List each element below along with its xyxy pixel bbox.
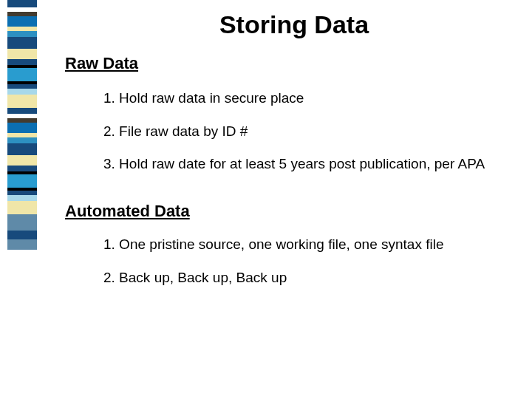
decorative-stripe [7, 95, 37, 108]
decorative-stripe [7, 174, 37, 188]
decorative-stripe [7, 49, 37, 59]
slide: Storing Data Raw Data 1. Hold raw data i… [0, 0, 532, 399]
decorative-stripe [7, 31, 37, 37]
slide-content: Storing Data Raw Data 1. Hold raw data i… [65, 10, 517, 301]
decorative-stripe [7, 68, 37, 81]
decorative-stripe [7, 59, 37, 65]
decorative-stripe [7, 195, 37, 201]
list-item: 2. File raw data by ID # [65, 123, 517, 141]
decorative-stripe [7, 0, 37, 7]
list-item: 1. Hold raw data in secure place [65, 89, 517, 108]
decorative-stripe [7, 89, 37, 95]
decorative-stripe [7, 214, 37, 231]
decorative-stripe [7, 201, 37, 214]
decorative-stripe [7, 37, 37, 49]
decorative-stripe [7, 123, 37, 133]
list-item: 2. Back up, Back up, Back up [65, 269, 517, 287]
decorative-stripe [7, 166, 37, 171]
section-heading-raw-data: Raw Data [65, 54, 517, 73]
slide-title: Storing Data [139, 10, 449, 39]
list-item: 1. One pristine source, one working file… [65, 236, 517, 254]
decorative-stripe [7, 108, 37, 114]
decorative-stripe [7, 239, 37, 250]
section-heading-automated-data: Automated Data [65, 202, 517, 221]
decorative-stripe [7, 231, 37, 239]
decorative-stripe [7, 137, 37, 143]
decorative-stripe [7, 155, 37, 166]
decorative-left-band [7, 0, 37, 251]
decorative-stripe [7, 16, 37, 27]
decorative-stripe [7, 143, 37, 155]
list-item: 3. Hold raw date for at least 5 years po… [65, 155, 517, 174]
